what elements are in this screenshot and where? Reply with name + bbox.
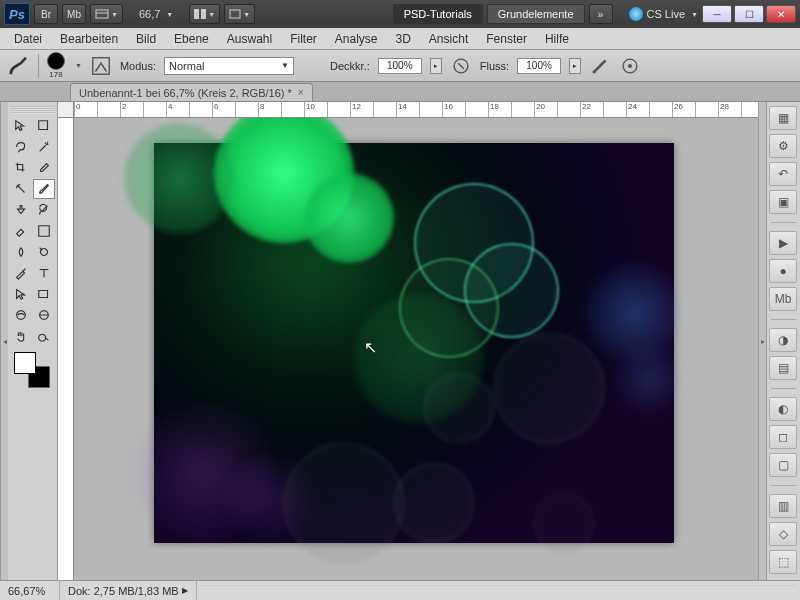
panel-masks[interactable]: ◻: [769, 425, 797, 449]
left-dock-collapse[interactable]: ◂: [0, 102, 8, 580]
window-maximize-button[interactable]: ☐: [734, 5, 764, 23]
tool-type[interactable]: [33, 263, 55, 283]
close-tab-icon[interactable]: ×: [298, 87, 304, 98]
panel-actions[interactable]: ▣: [769, 190, 797, 214]
svg-rect-4: [230, 10, 240, 18]
tool-3d-rotate[interactable]: [10, 305, 32, 325]
window-minimize-button[interactable]: ─: [702, 5, 732, 23]
ruler-tick: [327, 102, 350, 117]
tool-pen[interactable]: [10, 263, 32, 283]
ruler-tick: 2: [120, 102, 143, 117]
tool-lasso[interactable]: [10, 137, 32, 157]
color-swatches[interactable]: [14, 352, 50, 388]
tool-magic-wand[interactable]: [33, 137, 55, 157]
panel-color[interactable]: ◑: [769, 328, 797, 352]
panel-paths[interactable]: ◇: [769, 522, 797, 546]
panel-swatches[interactable]: ▤: [769, 356, 797, 380]
tool-brush[interactable]: [33, 179, 55, 199]
current-tool-icon[interactable]: [8, 55, 30, 77]
ruler-tick: 12: [350, 102, 373, 117]
status-zoom[interactable]: 66,67%: [0, 581, 60, 600]
right-dock-collapse[interactable]: ▸: [758, 102, 766, 580]
tool-hand[interactable]: [10, 326, 32, 346]
menu-analyse[interactable]: Analyse: [327, 30, 386, 48]
horizontal-ruler[interactable]: 024681012141618202224262830: [74, 102, 758, 118]
tablet-pressure-toggle[interactable]: [619, 55, 641, 77]
panel-3d[interactable]: ⬚: [769, 550, 797, 574]
cs-live-button[interactable]: CS Live▼: [629, 7, 698, 21]
tool-healing[interactable]: [10, 179, 32, 199]
photoshop-logo[interactable]: Ps: [4, 3, 30, 25]
airbrush-toggle[interactable]: [589, 55, 611, 77]
tool-shape[interactable]: [33, 284, 55, 304]
zoom-level-display[interactable]: 66,7: [139, 8, 160, 20]
window-close-button[interactable]: ✕: [766, 5, 796, 23]
workspace-grundelemente[interactable]: Grundelemente: [487, 4, 585, 24]
foreground-color[interactable]: [14, 352, 36, 374]
ruler-tick: [741, 102, 758, 117]
ruler-tick: 14: [396, 102, 419, 117]
menu-bild[interactable]: Bild: [128, 30, 164, 48]
tool-rect-marquee[interactable]: [33, 116, 55, 136]
opacity-pressure-toggle[interactable]: [450, 55, 472, 77]
flow-label: Fluss:: [480, 60, 509, 72]
vertical-ruler[interactable]: [58, 118, 74, 580]
tool-gradient[interactable]: [33, 221, 55, 241]
panel-play[interactable]: ▶: [769, 231, 797, 255]
panel-mini-bridge[interactable]: Mb: [769, 287, 797, 311]
brush-panel-toggle[interactable]: [90, 55, 112, 77]
workspace-more-button[interactable]: »: [589, 4, 613, 24]
panel-layers[interactable]: ▢: [769, 453, 797, 477]
menu-filter[interactable]: Filter: [282, 30, 325, 48]
menu-datei[interactable]: Datei: [6, 30, 50, 48]
bridge-button[interactable]: Br: [34, 4, 58, 24]
tool-stamp[interactable]: [10, 200, 32, 220]
svg-rect-5: [93, 57, 110, 74]
opacity-flyout[interactable]: ▸: [430, 58, 442, 74]
arrange-docs-button[interactable]: ▼: [189, 4, 220, 24]
status-doc-info[interactable]: Dok: 2,75 MB/1,83 MB ▶: [60, 581, 197, 600]
tool-crop[interactable]: [10, 158, 32, 178]
document-canvas[interactable]: ↖: [154, 143, 674, 543]
brush-preset-picker[interactable]: 178: [47, 52, 65, 79]
tool-history-brush[interactable]: [33, 200, 55, 220]
panel-adjustments[interactable]: ◐: [769, 397, 797, 421]
blend-mode-select[interactable]: Normal▼: [164, 57, 294, 75]
tool-eyedropper[interactable]: [33, 158, 55, 178]
panel-extensions[interactable]: ⚙: [769, 134, 797, 158]
screen-mode-button[interactable]: ▼: [224, 4, 255, 24]
opacity-label: Deckkr.:: [330, 60, 370, 72]
tool-move[interactable]: [10, 116, 32, 136]
svg-rect-3: [201, 9, 206, 19]
panel-arrange[interactable]: ▦: [769, 106, 797, 130]
workspace-psd-tutorials[interactable]: PSD-Tutorials: [393, 4, 483, 24]
panel-history[interactable]: ↶: [769, 162, 797, 186]
ruler-tick: [557, 102, 580, 117]
flow-input[interactable]: 100%: [517, 58, 561, 74]
menu-ebene[interactable]: Ebene: [166, 30, 217, 48]
menu-ansicht[interactable]: Ansicht: [421, 30, 476, 48]
tool-eraser[interactable]: [10, 221, 32, 241]
flow-flyout[interactable]: ▸: [569, 58, 581, 74]
ruler-origin[interactable]: [58, 102, 74, 118]
document-tab[interactable]: Unbenannt-1 bei 66,7% (Kreis 2, RGB/16) …: [70, 83, 313, 101]
menu-3d[interactable]: 3D: [388, 30, 419, 48]
tools-panel-grip[interactable]: [10, 106, 55, 114]
ruler-tick: [419, 102, 442, 117]
menu-hilfe[interactable]: Hilfe: [537, 30, 577, 48]
tool-path-select[interactable]: [10, 284, 32, 304]
opacity-input[interactable]: 100%: [378, 58, 422, 74]
menu-fenster[interactable]: Fenster: [478, 30, 535, 48]
tool-zoom[interactable]: [33, 326, 55, 346]
tool-3d-orbit[interactable]: [33, 305, 55, 325]
panel-brush-presets[interactable]: ●: [769, 259, 797, 283]
menu-auswahl[interactable]: Auswahl: [219, 30, 280, 48]
ruler-tick: 22: [580, 102, 603, 117]
horizontal-scrollbar[interactable]: [201, 585, 796, 597]
panel-channels[interactable]: ▥: [769, 494, 797, 518]
tool-dodge[interactable]: [33, 242, 55, 262]
view-extras-button[interactable]: ▼: [90, 4, 123, 24]
menu-bearbeiten[interactable]: Bearbeiten: [52, 30, 126, 48]
minibridge-button[interactable]: Mb: [62, 4, 86, 24]
tool-blur[interactable]: [10, 242, 32, 262]
